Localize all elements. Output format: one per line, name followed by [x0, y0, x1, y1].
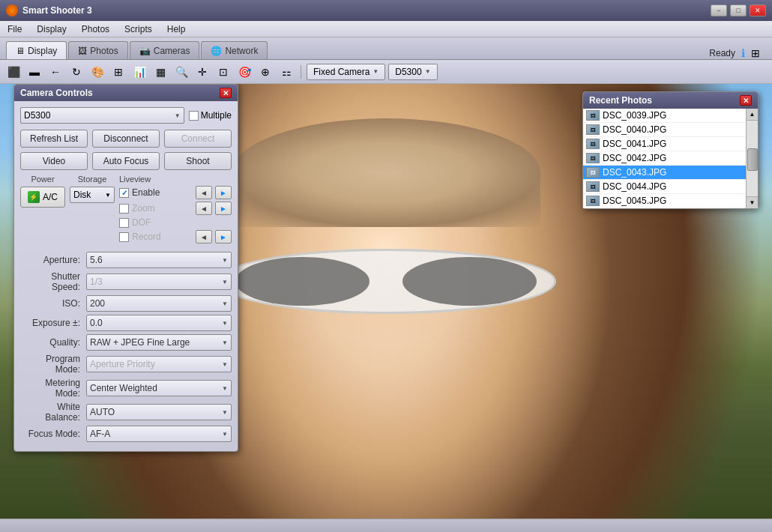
refresh-icon[interactable]: ↻ — [67, 64, 85, 80]
photo-list-item[interactable]: 🖼DSC_0045.JPG — [583, 194, 746, 208]
liveview-right-1[interactable]: ► — [215, 186, 232, 199]
title-bar-left: Smart Shooter 3 — [6, 4, 92, 16]
quality-label: Quality: — [20, 337, 86, 348]
scrollbar[interactable]: ▲ ▼ — [746, 109, 758, 208]
back-icon[interactable]: ← — [46, 64, 64, 80]
zoom-checkbox[interactable] — [119, 204, 129, 214]
photo-list-item[interactable]: 🖼DSC_0044.JPG — [583, 180, 746, 194]
bar-chart-icon[interactable]: ▦ — [151, 64, 169, 80]
camera-model-dropdown[interactable]: D5300 ▼ — [388, 64, 437, 80]
record-label: Record — [132, 232, 193, 242]
photo-list-item[interactable]: 🖼DSC_0042.JPG — [583, 151, 746, 166]
color-icon[interactable]: 🎨 — [88, 64, 106, 80]
panel-title-text: Camera Controls — [20, 88, 93, 98]
tab-cameras-label: Cameras — [154, 46, 190, 56]
photo-thumbnail: 🖼 — [586, 196, 600, 206]
menu-display[interactable]: Display — [34, 22, 69, 36]
multiple-label: Multiple — [201, 110, 232, 121]
liveview-left-2[interactable]: ◄ — [196, 202, 212, 215]
iso-dropdown[interactable]: 200 ▼ — [86, 295, 232, 312]
focus-dropdown[interactable]: AF-A ▼ — [86, 426, 232, 442]
qr-icon[interactable]: ⚏ — [277, 64, 295, 80]
photo-list-item[interactable]: 🖼DSC_0041.JPG — [583, 137, 746, 151]
minimize-button[interactable]: − — [711, 4, 727, 16]
tab-photos[interactable]: 🖼 Photos — [68, 41, 127, 59]
wb-dropdown[interactable]: AUTO ▼ — [86, 404, 232, 420]
crosshair-icon[interactable]: ✛ — [193, 64, 211, 80]
close-button[interactable]: ✕ — [750, 4, 766, 16]
tab-cameras[interactable]: 📷 Cameras — [130, 41, 200, 59]
power-button[interactable]: ⚡ A/C — [20, 187, 65, 208]
photo-list-item[interactable]: 🖼DSC_0040.JPG — [583, 123, 746, 137]
liveview-box: Liveview ✓ Enable ◄ ► Zoom ◄ ► — [119, 175, 232, 246]
menu-scripts[interactable]: Scripts — [121, 22, 155, 36]
info-icon: ℹ — [741, 47, 745, 59]
camera-mode-dropdown[interactable]: Fixed Camera ▼ — [307, 64, 385, 80]
recent-photos-close[interactable]: ✕ — [740, 95, 752, 106]
shutter-arrow: ▼ — [222, 279, 228, 285]
view-icon-2[interactable]: ▬ — [25, 64, 43, 80]
refresh-list-button[interactable]: Refresh List — [20, 130, 88, 148]
menu-file[interactable]: File — [4, 22, 25, 36]
metering-dropdown[interactable]: Center Weighted ▼ — [86, 380, 232, 396]
aperture-dropdown[interactable]: 5.6 ▼ — [86, 252, 232, 268]
photo-list-item[interactable]: 🖼DSC_0039.JPG — [583, 109, 746, 123]
liveview-right-4[interactable]: ► — [215, 230, 232, 244]
quality-dropdown[interactable]: RAW + JPEG Fine Large ▼ — [86, 334, 232, 351]
photo-thumbnail: 🖼 — [586, 139, 600, 149]
storage-value: Disk — [73, 190, 91, 200]
scrollbar-down-button[interactable]: ▼ — [747, 196, 758, 208]
grid-view-icon[interactable]: ⊞ — [109, 64, 127, 80]
shutter-value: 1/3 — [90, 276, 103, 287]
tab-network[interactable]: 🌐 Network — [201, 41, 268, 59]
dof-checkbox[interactable] — [119, 218, 129, 228]
dropdown-arrow-2: ▼ — [425, 68, 431, 75]
scrollbar-up-button[interactable]: ▲ — [747, 109, 758, 121]
crop-icon[interactable]: ⊡ — [214, 64, 232, 80]
video-button[interactable]: Video — [20, 152, 88, 170]
tab-display[interactable]: 🖥 Display — [6, 41, 67, 59]
photo-list: 🖼DSC_0039.JPG🖼DSC_0040.JPG🖼DSC_0041.JPG🖼… — [583, 109, 746, 208]
exposure-row: Exposure ±: 0.0 ▼ — [20, 315, 232, 331]
liveview-left-4[interactable]: ◄ — [196, 230, 212, 244]
camera-mode-label: Fixed Camera — [313, 67, 370, 77]
search-icon[interactable]: 🔍 — [172, 64, 190, 80]
main-area: Camera Controls ✕ D5300 ▼ Multiple Refre… — [0, 84, 772, 519]
program-dropdown[interactable]: Aperture Priority ▼ — [86, 356, 232, 372]
maximize-button[interactable]: □ — [730, 4, 747, 16]
tab-network-label: Network — [225, 46, 258, 56]
multiple-checkbox[interactable] — [189, 111, 199, 121]
scrollbar-thumb[interactable] — [747, 148, 758, 171]
connect-button[interactable]: Connect — [164, 130, 232, 148]
separator-1 — [301, 65, 301, 79]
storage-dropdown[interactable]: Disk ▼ — [70, 187, 115, 203]
menu-photos[interactable]: Photos — [79, 22, 112, 36]
liveview-left-1[interactable]: ◄ — [196, 186, 212, 199]
app-title: Smart Shooter 3 — [22, 5, 92, 16]
panel-title: Camera Controls ✕ — [14, 85, 238, 101]
record-checkbox[interactable] — [119, 232, 129, 242]
view-icon-1[interactable]: ⬛ — [4, 64, 22, 80]
power-box: Power ⚡ A/C — [20, 175, 65, 246]
iso-row: ISO: 200 ▼ — [20, 295, 232, 312]
photo-thumbnail: 🖼 — [586, 181, 600, 192]
disconnect-button[interactable]: Disconnect — [92, 130, 160, 148]
menu-help[interactable]: Help — [164, 22, 189, 36]
autofocus-button[interactable]: Auto Focus — [92, 152, 160, 170]
photo-filename: DSC_0043.JPG — [603, 167, 666, 178]
target-icon[interactable]: 🎯 — [235, 64, 253, 80]
shutter-dropdown[interactable]: 1/3 ▼ — [86, 273, 232, 290]
photo-list-item[interactable]: 🖼DSC_0043.JPG — [583, 166, 746, 180]
program-value: Aperture Priority — [90, 359, 155, 369]
shoot-button[interactable]: Shoot — [164, 152, 232, 170]
camera-name-dropdown[interactable]: D5300 ▼ — [20, 107, 184, 124]
shutter-row: Shutter Speed: 1/3 ▼ — [20, 271, 232, 292]
zoom-icon[interactable]: ⊕ — [256, 64, 274, 80]
chart-icon[interactable]: 📊 — [130, 64, 148, 80]
quality-arrow: ▼ — [222, 339, 228, 346]
liveview-right-2[interactable]: ► — [215, 202, 232, 215]
enable-checkbox[interactable]: ✓ — [119, 188, 129, 198]
panel-close-button[interactable]: ✕ — [220, 88, 232, 98]
exposure-dropdown[interactable]: 0.0 ▼ — [86, 315, 232, 331]
metering-arrow: ▼ — [222, 385, 228, 392]
